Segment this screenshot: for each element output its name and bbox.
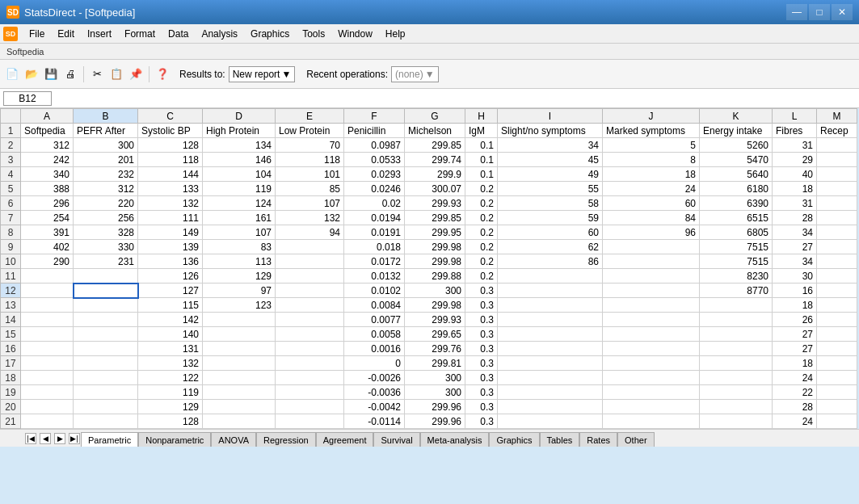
cell-a18[interactable]: [21, 371, 74, 385]
sheet-tab-parametric[interactable]: Parametric: [81, 432, 138, 447]
cell-l3[interactable]: 29: [773, 153, 817, 167]
cell-b16[interactable]: [74, 342, 138, 356]
cell-e12[interactable]: [276, 284, 344, 298]
cell-m13[interactable]: [817, 298, 857, 313]
cell-ref-box[interactable]: B12: [3, 91, 52, 106]
cell-f2[interactable]: 0.0987: [344, 138, 405, 153]
cell-m9[interactable]: [817, 240, 857, 254]
cell-h21[interactable]: 0.3: [465, 414, 498, 429]
cell-e4[interactable]: 101: [276, 167, 344, 182]
cell-b9[interactable]: 330: [74, 240, 138, 254]
cell-f17[interactable]: 0: [344, 356, 405, 371]
recent-dropdown[interactable]: (none) ▼: [391, 66, 439, 82]
cell-j10[interactable]: [603, 254, 700, 269]
cell-i14[interactable]: [498, 313, 603, 327]
cell-g7[interactable]: 299.85: [405, 211, 465, 225]
cell-m14[interactable]: [817, 313, 857, 327]
cell-h20[interactable]: 0.3: [465, 400, 498, 414]
cell-g19[interactable]: 300: [405, 385, 465, 400]
col-header-e[interactable]: E: [276, 109, 344, 124]
cell-e10[interactable]: [276, 254, 344, 269]
cell-c18[interactable]: 122: [138, 371, 203, 385]
cell-g9[interactable]: 299.98: [405, 240, 465, 254]
cell-d7[interactable]: 161: [203, 211, 276, 225]
cell-m12[interactable]: [817, 284, 857, 298]
col-header-h[interactable]: H: [465, 109, 498, 124]
cell-i19[interactable]: [498, 385, 603, 400]
menu-tools[interactable]: Tools: [296, 27, 331, 41]
cell-d2[interactable]: 134: [203, 138, 276, 153]
cell-c12[interactable]: 127: [138, 284, 203, 298]
cell-j21[interactable]: [603, 414, 700, 429]
new-button[interactable]: 📄: [3, 65, 21, 83]
cell-d5[interactable]: 119: [203, 182, 276, 196]
cell-a19[interactable]: [21, 385, 74, 400]
cell-k8[interactable]: 6805: [700, 225, 773, 240]
cell-m3[interactable]: [817, 153, 857, 167]
cell-i17[interactable]: [498, 356, 603, 371]
cell-i6[interactable]: 58: [498, 196, 603, 211]
cell-e5[interactable]: 85: [276, 182, 344, 196]
cell-j1[interactable]: Marked symptoms: [603, 124, 700, 138]
cell-f8[interactable]: 0.0191: [344, 225, 405, 240]
menu-help[interactable]: Help: [379, 27, 412, 41]
cell-d3[interactable]: 146: [203, 153, 276, 167]
cell-m2[interactable]: [817, 138, 857, 153]
cell-k3[interactable]: 5470: [700, 153, 773, 167]
sheet-tab-nonparametric[interactable]: Nonparametric: [138, 432, 211, 447]
cell-i1[interactable]: Slight/no symptoms: [498, 124, 603, 138]
cell-f18[interactable]: -0.0026: [344, 371, 405, 385]
copy-button[interactable]: 📋: [107, 65, 125, 83]
cell-l17[interactable]: 18: [773, 356, 817, 371]
sheet-tab-anova[interactable]: ANOVA: [211, 432, 256, 447]
cell-a14[interactable]: [21, 313, 74, 327]
cell-h18[interactable]: 0.3: [465, 371, 498, 385]
cell-l2[interactable]: 31: [773, 138, 817, 153]
cell-c10[interactable]: 136: [138, 254, 203, 269]
cell-h1[interactable]: IgM: [465, 124, 498, 138]
menu-window[interactable]: Window: [331, 27, 379, 41]
print-button[interactable]: 🖨: [61, 65, 79, 83]
cell-l6[interactable]: 31: [773, 196, 817, 211]
col-header-c[interactable]: C: [138, 109, 203, 124]
cell-i10[interactable]: 86: [498, 254, 603, 269]
col-header-l[interactable]: L: [773, 109, 817, 124]
help-button[interactable]: ❓: [154, 65, 171, 83]
cell-c16[interactable]: 131: [138, 342, 203, 356]
cell-l14[interactable]: 26: [773, 313, 817, 327]
sheet-tab-agreement[interactable]: Agreement: [316, 432, 374, 447]
cell-h19[interactable]: 0.3: [465, 385, 498, 400]
col-header-m[interactable]: M: [817, 109, 857, 124]
cell-c6[interactable]: 132: [138, 196, 203, 211]
cell-m8[interactable]: [817, 225, 857, 240]
cell-m16[interactable]: [817, 342, 857, 356]
cell-d1[interactable]: High Protein: [203, 124, 276, 138]
cell-g13[interactable]: 299.98: [405, 298, 465, 313]
cell-b1[interactable]: PEFR After: [74, 124, 138, 138]
cell-h5[interactable]: 0.2: [465, 182, 498, 196]
cell-j11[interactable]: [603, 269, 700, 284]
cell-h11[interactable]: 0.2: [465, 269, 498, 284]
cell-h13[interactable]: 0.3: [465, 298, 498, 313]
cell-k16[interactable]: [700, 342, 773, 356]
cell-a12[interactable]: [21, 284, 74, 298]
cell-b5[interactable]: 312: [74, 182, 138, 196]
minimize-button[interactable]: —: [786, 4, 807, 20]
cell-m1[interactable]: Recep: [817, 124, 857, 138]
maximize-button[interactable]: □: [809, 4, 830, 20]
cell-c2[interactable]: 128: [138, 138, 203, 153]
cell-a9[interactable]: 402: [21, 240, 74, 254]
cell-a2[interactable]: 312: [21, 138, 74, 153]
cell-d20[interactable]: [203, 400, 276, 414]
cell-c15[interactable]: 140: [138, 327, 203, 342]
cell-a3[interactable]: 242: [21, 153, 74, 167]
cell-g5[interactable]: 300.07: [405, 182, 465, 196]
cell-b2[interactable]: 300: [74, 138, 138, 153]
cell-j18[interactable]: [603, 371, 700, 385]
cell-k9[interactable]: 7515: [700, 240, 773, 254]
cell-c3[interactable]: 118: [138, 153, 203, 167]
cell-i3[interactable]: 45: [498, 153, 603, 167]
cell-b21[interactable]: [74, 414, 138, 429]
cell-j12[interactable]: [603, 284, 700, 298]
cell-a6[interactable]: 296: [21, 196, 74, 211]
